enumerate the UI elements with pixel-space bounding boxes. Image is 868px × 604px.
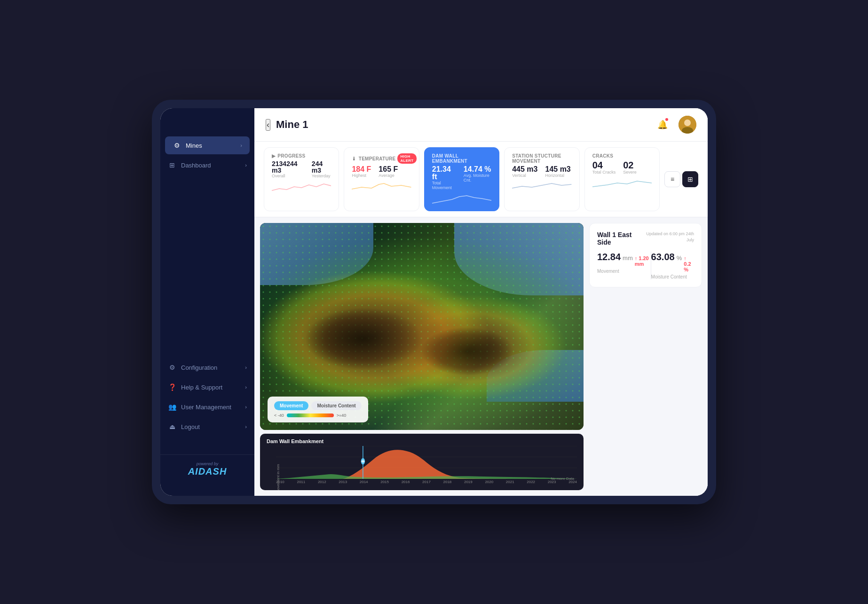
dashboard-icon: ⊞ <box>168 161 176 169</box>
list-view-button[interactable]: ≡ <box>664 171 680 187</box>
info-card-header: Wall 1 East Side Updated on 6:00 pm 24th… <box>597 231 694 246</box>
x-label-2015: 2015 <box>380 480 389 484</box>
station-values: 445 m3 Vertical 145 m3 Horizontal <box>512 166 571 178</box>
dam-values: 21.34 ft Total Movement 14.74 % Avg. Moi… <box>432 166 491 190</box>
stat-card-temperature[interactable]: 🌡 Temperature High alert 184 F Highest 1… <box>344 147 419 211</box>
chevron-config-icon: › <box>245 365 247 370</box>
info-metrics: 12.84 mm ↑ 1.20 mm Movement 63.08 <box>597 252 694 279</box>
movement-metric: 12.84 mm ↑ 1.20 mm Movement <box>597 252 651 279</box>
legend-scale: < -40 >=40 <box>274 413 362 418</box>
powered-by-label: powered by <box>168 461 247 466</box>
movement-value: 12.84 mm ↑ 1.20 mm <box>597 252 651 267</box>
legend-tabs: Movement Moisture Content <box>274 401 362 410</box>
moisture-metric: 63.08 % ↑ 0.2 % Moisture Content <box>651 252 694 279</box>
x-label-2022: 2022 <box>527 480 535 484</box>
chevron-dashboard-icon: › <box>245 162 247 168</box>
stat-card-dam-wall[interactable]: Dam Wall Embankment 21.34 ft Total Movem… <box>424 147 499 211</box>
sidebar-nav: ⚙ Mines › ⊞ Dashboard › <box>160 136 254 358</box>
legend-tab-moisture[interactable]: Moisture Content <box>311 401 361 410</box>
station-value1: 445 m3 <box>512 166 537 173</box>
sidebar-item-usermgmt[interactable]: 👥 User Management › <box>160 398 254 416</box>
sidebar-item-help[interactable]: ❓ Help & Support › <box>160 378 254 396</box>
dam-label2: Avg. Moisture Cnt. <box>464 173 491 183</box>
sidebar-label-logout: Logout <box>181 423 200 430</box>
stat-card-cracks[interactable]: Cracks 04 Total Cracks 02 Severe <box>584 147 660 211</box>
chart-section: Dam Wall Embankment movement in mm <box>260 434 584 490</box>
x-label-2012: 2012 <box>318 480 326 484</box>
chart-x-labels: 2010 2011 2012 2013 2014 2015 2016 2017 … <box>276 480 577 484</box>
sidebar: ⚙ Mines › ⊞ Dashboard › ⚙ <box>160 108 254 496</box>
cracks-label2: Severe <box>623 170 637 175</box>
chart-area <box>276 446 577 479</box>
legend-tab-movement[interactable]: Movement <box>274 401 308 410</box>
sidebar-item-mines[interactable]: ⚙ Mines › <box>165 136 250 154</box>
stats-row: ▶ Progress 2134244 m3 Overall 244 m3 Yes… <box>254 142 708 217</box>
content-area: Movement Moisture Content < -40 >=40 <box>254 217 708 496</box>
moisture-unit: % <box>677 254 682 262</box>
x-label-2011: 2011 <box>297 480 305 484</box>
station-label2: Horizontal <box>545 173 570 178</box>
progress-chart <box>272 180 331 193</box>
avatar-image <box>679 116 696 134</box>
dam-label1: Total Movement <box>432 181 456 190</box>
logout-icon: ⏏ <box>168 423 176 430</box>
right-panel: Wall 1 East Side Updated on 6:00 pm 24th… <box>589 223 702 490</box>
progress-icon: ▶ <box>272 153 276 159</box>
x-label-2013: 2013 <box>339 480 347 484</box>
movement-unit: mm <box>623 254 633 262</box>
view-toggle: ≡ ⊞ <box>664 147 698 211</box>
page-title: Mine 1 <box>276 119 308 131</box>
station-label1: Vertical <box>512 173 537 178</box>
header-left: ‹ Mine 1 <box>266 119 308 131</box>
progress-label2: Yesterday <box>312 174 331 178</box>
chart-title: Dam Wall Embankment <box>267 438 577 444</box>
sidebar-item-logout[interactable]: ⏏ Logout › <box>160 418 254 436</box>
cracks-values: 04 Total Cracks 02 Severe <box>592 160 652 175</box>
dam-value1: 21.34 ft <box>432 166 456 181</box>
moisture-delta: ↑ 0.2 % <box>684 255 694 272</box>
progress-label1: Overall <box>272 174 304 178</box>
temp-label2: Average <box>379 173 398 178</box>
avatar[interactable] <box>679 116 696 134</box>
chevron-mines-icon: › <box>240 143 242 148</box>
moisture-label: Moisture Content <box>651 274 694 279</box>
temp-icon: 🌡 <box>352 156 356 161</box>
sidebar-item-configuration[interactable]: ⚙ Configuration › <box>160 358 254 376</box>
sidebar-logo-area <box>160 118 254 136</box>
sidebar-label-usermgmt: User Management <box>181 404 231 411</box>
grid-view-button[interactable]: ⊞ <box>682 171 698 187</box>
notification-button[interactable]: 🔔 <box>654 116 671 133</box>
x-label-2017: 2017 <box>422 480 431 484</box>
dam-card-title: Dam Wall Embankment <box>432 153 491 164</box>
temp-value1: 184 F <box>352 166 371 173</box>
map-section: Movement Moisture Content < -40 >=40 <box>260 223 584 490</box>
sidebar-item-dashboard[interactable]: ⊞ Dashboard › <box>160 156 254 174</box>
users-icon: 👥 <box>168 403 176 411</box>
cracks-label1: Total Cracks <box>592 170 616 175</box>
x-label-2020: 2020 <box>485 480 493 484</box>
stat-card-progress[interactable]: ▶ Progress 2134244 m3 Overall 244 m3 Yes… <box>264 147 339 211</box>
moisture-value: 63.08 % ↑ 0.2 % <box>651 252 694 272</box>
sidebar-label-config: Configuration <box>181 364 217 371</box>
aidash-logo: AIDASH <box>168 466 247 477</box>
progress-value1: 2134244 m3 <box>272 160 304 174</box>
legend-gradient <box>287 413 334 417</box>
temp-card-title: 🌡 Temperature High alert <box>352 153 411 164</box>
movement-delta: ↑ 1.20 mm <box>635 255 651 267</box>
station-chart <box>512 180 571 193</box>
chevron-usermgmt-icon: › <box>245 404 247 410</box>
x-label-2018: 2018 <box>443 480 452 484</box>
station-card-title: Station Stucture Movement <box>512 153 571 164</box>
temp-values: 184 F Highest 165 F Average <box>352 166 411 178</box>
progress-card-title: ▶ Progress <box>272 153 331 159</box>
progress-values: 2134244 m3 Overall 244 m3 Yesterday <box>272 160 331 178</box>
help-icon: ❓ <box>168 383 176 391</box>
main-content: ‹ Mine 1 🔔 <box>254 108 708 496</box>
back-button[interactable]: ‹ <box>266 119 270 131</box>
temp-chart <box>352 180 411 193</box>
header: ‹ Mine 1 🔔 <box>254 108 708 142</box>
cracks-card-title: Cracks <box>592 153 652 159</box>
stat-card-station[interactable]: Station Stucture Movement 445 m3 Vertica… <box>504 147 579 211</box>
powered-by-section: powered by AIDASH <box>160 454 254 486</box>
progress-value2: 244 m3 <box>312 160 331 174</box>
